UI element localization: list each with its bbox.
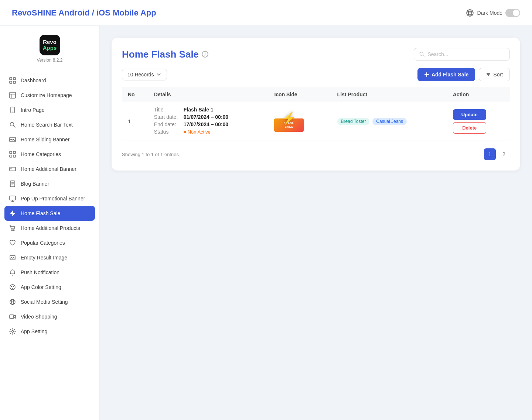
sidebar-item-popup-banner[interactable]: Pop Up Promotional Banner bbox=[0, 191, 99, 206]
product-tag-casual-jeans: Casual Jeans bbox=[372, 118, 407, 125]
sidebar-item-label: Customize Homepage bbox=[21, 92, 72, 98]
svg-rect-20 bbox=[13, 155, 16, 157]
status-badge: Non Active bbox=[184, 129, 211, 135]
sidebar-item-popular-categories[interactable]: Popular Categories bbox=[0, 235, 99, 250]
sidebar-item-home-additional-products[interactable]: Home Additional Products bbox=[0, 221, 99, 235]
svg-point-33 bbox=[10, 285, 15, 290]
toolbar: 10 Records Add Flash Sale Sort bbox=[122, 68, 510, 81]
dark-mode-toggle[interactable] bbox=[505, 9, 520, 17]
sidebar-item-dashboard[interactable]: Dashboard bbox=[0, 73, 99, 88]
sidebar-item-home-search-bar[interactable]: Home Search Bar Text bbox=[0, 117, 99, 132]
sidebar-item-label: Blog Banner bbox=[21, 181, 49, 187]
sidebar-item-label: Video Shopping bbox=[21, 314, 57, 320]
row-no: 1 bbox=[122, 102, 148, 141]
grid4-icon bbox=[9, 151, 16, 158]
sidebar-item-empty-result-image[interactable]: Empty Result Image bbox=[0, 250, 99, 265]
svg-rect-19 bbox=[10, 155, 12, 157]
page-title: Home Flash Sale bbox=[122, 49, 199, 60]
flash-sale-image: ⚡ FLASHSALE bbox=[274, 110, 307, 132]
sidebar-item-home-flash-sale[interactable]: Home Flash Sale bbox=[4, 206, 95, 221]
product-tag-bread-toster: Bread Toster bbox=[337, 118, 370, 125]
sidebar-item-label: Home Additional Banner bbox=[21, 166, 76, 172]
lightning-bolt: ⚡ bbox=[282, 111, 296, 125]
sort-button[interactable]: Sort bbox=[479, 68, 510, 81]
records-dropdown[interactable]: 10 Records bbox=[122, 69, 167, 80]
col-action: Action bbox=[447, 87, 510, 102]
svg-point-22 bbox=[11, 168, 12, 169]
sidebar-item-label: Empty Result Image bbox=[21, 255, 67, 261]
plus-icon bbox=[424, 72, 429, 77]
sidebar-item-label: Social Media Setting bbox=[21, 299, 68, 305]
sidebar-item-home-sliding-banner[interactable]: Home Sliding Banner bbox=[0, 132, 99, 147]
gear-icon bbox=[9, 328, 16, 335]
sidebar-item-label: App Setting bbox=[21, 328, 47, 334]
sidebar-item-label: Home Sliding Banner bbox=[21, 137, 69, 142]
col-list-product: List Product bbox=[331, 87, 447, 102]
layout-icon bbox=[9, 92, 16, 99]
dark-mode-area: Dark Mode bbox=[466, 8, 520, 17]
data-table: No Details Icon Side List Product Action… bbox=[122, 87, 510, 141]
col-details: Details bbox=[148, 87, 269, 102]
col-icon-side: Icon Side bbox=[268, 87, 331, 102]
svg-rect-40 bbox=[10, 315, 14, 319]
sidebar-item-label: App Color Setting bbox=[21, 284, 61, 290]
add-flash-sale-button[interactable]: Add Flash Sale bbox=[417, 68, 475, 81]
page-header: Home Flash Sale i bbox=[122, 48, 510, 61]
cart-icon bbox=[9, 224, 16, 232]
page-title-area: Home Flash Sale i bbox=[122, 49, 208, 60]
row-list-product: Bread Toster Casual Jeans bbox=[331, 102, 447, 141]
info-icon: i bbox=[202, 51, 208, 58]
sidebar-item-video-shopping[interactable]: Video Shopping bbox=[0, 309, 99, 324]
sidebar-item-intro-page[interactable]: Intro Page bbox=[0, 103, 99, 117]
logo-box: RevoApps bbox=[40, 35, 60, 55]
update-button[interactable]: Update bbox=[453, 109, 486, 120]
svg-rect-8 bbox=[13, 81, 16, 83]
top-header: RevoSHINE Android / iOS Mobile App Dark … bbox=[0, 0, 532, 26]
svg-rect-5 bbox=[10, 78, 12, 80]
svg-rect-6 bbox=[13, 78, 16, 80]
sidebar-item-customize-homepage[interactable]: Customize Homepage bbox=[0, 88, 99, 103]
image-icon bbox=[9, 136, 16, 143]
sidebar-item-label: Home Categories bbox=[21, 151, 61, 157]
page-1-button[interactable]: 1 bbox=[484, 148, 496, 160]
sidebar-item-app-setting[interactable]: App Setting bbox=[0, 324, 99, 339]
sidebar-item-push-notification[interactable]: Push Notification bbox=[0, 265, 99, 280]
search-box[interactable] bbox=[414, 48, 510, 61]
globe2-icon bbox=[9, 298, 16, 306]
logo-area: RevoApps Version 8.2.2 bbox=[37, 35, 62, 63]
sidebar-item-home-categories[interactable]: Home Categories bbox=[0, 147, 99, 162]
svg-rect-17 bbox=[10, 151, 12, 154]
main-content: Home Flash Sale i 10 Records Add Fl bbox=[100, 26, 532, 420]
svg-point-34 bbox=[11, 286, 12, 287]
sort-icon bbox=[486, 72, 491, 77]
sidebar-item-label: Home Flash Sale bbox=[21, 210, 60, 216]
search-input[interactable] bbox=[427, 51, 504, 57]
search-icon bbox=[9, 121, 16, 128]
svg-point-41 bbox=[12, 331, 14, 333]
grid-icon bbox=[9, 77, 16, 84]
dark-mode-label: Dark Mode bbox=[477, 10, 502, 16]
image3-icon bbox=[9, 254, 16, 261]
page-2-button[interactable]: 2 bbox=[498, 148, 510, 160]
svg-line-43 bbox=[423, 55, 424, 56]
phone-icon bbox=[9, 106, 16, 114]
sidebar-item-app-color-setting[interactable]: App Color Setting bbox=[0, 280, 99, 295]
content-card: Home Flash Sale i 10 Records Add Fl bbox=[112, 38, 520, 171]
col-no: No bbox=[122, 87, 148, 102]
sidebar-item-home-additional-banner[interactable]: Home Additional Banner bbox=[0, 162, 99, 176]
nav-list: Dashboard Customize Homepage Intro Page bbox=[0, 73, 99, 339]
version-text: Version 8.2.2 bbox=[37, 58, 62, 63]
sidebar-item-social-media-setting[interactable]: Social Media Setting bbox=[0, 295, 99, 309]
showing-text: Showing 1 to 1 of 1 entries bbox=[122, 152, 179, 157]
bolt-icon bbox=[9, 210, 16, 217]
svg-point-30 bbox=[11, 230, 13, 231]
globe-icon bbox=[466, 8, 474, 17]
bell-icon bbox=[9, 269, 16, 276]
delete-button[interactable]: Delete bbox=[453, 122, 486, 134]
layout: RevoApps Version 8.2.2 Dashboard Customi… bbox=[0, 26, 532, 420]
app-title: RevoSHINE Android / iOS Mobile App bbox=[12, 8, 156, 18]
svg-point-36 bbox=[12, 288, 13, 289]
sidebar-item-blog-banner[interactable]: Blog Banner bbox=[0, 176, 99, 191]
toolbar-actions: Add Flash Sale Sort bbox=[417, 68, 510, 81]
sidebar-item-label: Push Notification bbox=[21, 269, 59, 275]
